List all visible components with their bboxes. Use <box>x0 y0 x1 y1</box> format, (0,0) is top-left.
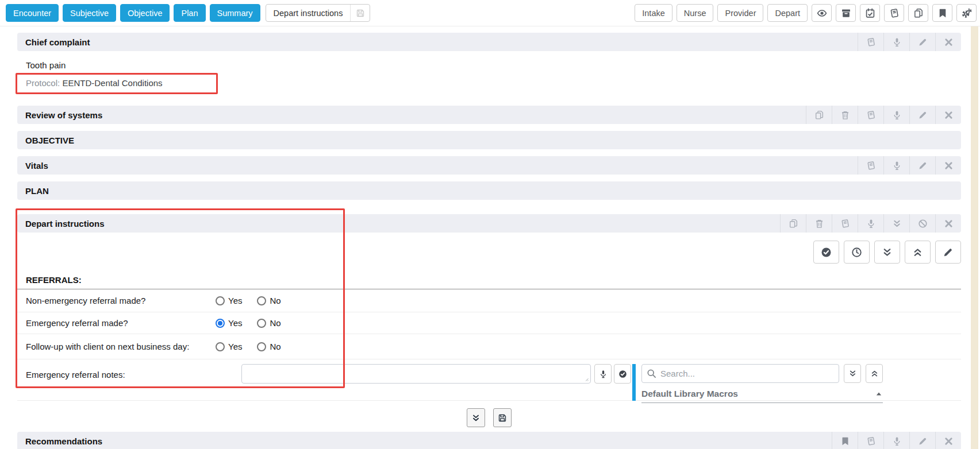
section-chief-complaint: Chief complaint <box>17 33 961 51</box>
section-depart-instructions: Depart instructions <box>17 214 961 233</box>
nav-button-summary[interactable]: Summary <box>210 4 260 22</box>
remove-button[interactable] <box>935 432 961 449</box>
section-title: Depart instructions <box>17 214 105 233</box>
complete-all-button[interactable] <box>813 241 839 264</box>
remove-button[interactable] <box>935 106 961 124</box>
protocol-label: Protocol: <box>26 78 60 88</box>
close-icon <box>944 219 954 229</box>
chevrons-down-icon <box>892 219 902 229</box>
macro-library-header[interactable]: Default Library Macros <box>641 389 883 403</box>
nav-button-encounter[interactable]: Encounter <box>6 4 59 22</box>
macro-library-button[interactable] <box>832 214 858 233</box>
remove-button[interactable] <box>935 214 961 233</box>
section-title: Chief complaint <box>17 33 90 51</box>
remove-button[interactable] <box>935 156 961 175</box>
chevrons-up-icon <box>912 247 923 258</box>
microphone-icon <box>866 219 876 229</box>
delete-button[interactable] <box>806 214 832 233</box>
radio-no[interactable] <box>257 296 266 305</box>
calendar-check-icon <box>865 8 875 18</box>
chevrons-down-icon <box>848 369 857 378</box>
notes-textarea[interactable] <box>241 364 591 384</box>
gears-icon <box>962 8 972 18</box>
section-title: Recommendations <box>17 432 102 449</box>
radio-no[interactable] <box>257 319 266 328</box>
collapse-button[interactable] <box>883 214 909 233</box>
history-button[interactable] <box>844 241 870 264</box>
pencil-icon <box>918 436 928 446</box>
dictate-button[interactable] <box>858 214 883 233</box>
active-note-tab[interactable]: Depart instructions <box>266 5 351 21</box>
delete-button[interactable] <box>832 106 858 124</box>
close-icon <box>944 110 954 120</box>
microphone-icon <box>892 436 902 446</box>
dictate-button[interactable] <box>883 106 909 124</box>
role-button-intake[interactable]: Intake <box>635 4 672 22</box>
edit-template-button[interactable] <box>935 241 961 264</box>
macro-library-button[interactable] <box>858 432 883 449</box>
copy-icon <box>814 110 824 120</box>
notes-dictate-button[interactable] <box>594 364 612 384</box>
nav-button-subjective[interactable]: Subjective <box>63 4 116 22</box>
archive-button[interactable] <box>836 4 856 22</box>
radio-no-label: No <box>270 342 280 351</box>
role-button-provider[interactable]: Provider <box>717 4 763 22</box>
bookmark-button[interactable] <box>832 432 858 449</box>
radio-no[interactable] <box>257 342 266 351</box>
collapse-all-button[interactable] <box>905 241 931 264</box>
notes-confirm-button[interactable] <box>614 364 631 384</box>
nav-button-objective[interactable]: Objective <box>120 4 170 22</box>
macro-library-button[interactable] <box>858 33 883 51</box>
check-circle-icon <box>821 247 832 258</box>
referrals-heading: REFERRALS: <box>17 275 961 289</box>
copy-icon <box>913 8 924 18</box>
close-icon <box>944 37 954 47</box>
radio-yes[interactable] <box>216 296 225 305</box>
referral-notes-row: Emergency referral notes: Default Librar… <box>17 359 961 401</box>
save-icon <box>356 9 365 18</box>
panel-expand-button[interactable] <box>844 364 861 383</box>
question-label: Emergency referral made? <box>17 318 216 328</box>
calendar-button[interactable] <box>860 4 880 22</box>
note-content: Chief complaint Tooth pain Protocol: EEN… <box>17 26 961 449</box>
copy-icon <box>789 219 798 229</box>
section-recommendations: Recommendations <box>17 432 961 449</box>
edit-button[interactable] <box>909 432 935 449</box>
macro-library-button[interactable] <box>858 106 883 124</box>
referral-row-emergency: Emergency referral made? Yes No <box>17 312 961 334</box>
edit-button[interactable] <box>909 33 935 51</box>
remove-button[interactable] <box>935 33 961 51</box>
duplicate-button[interactable] <box>780 214 806 233</box>
dictate-button[interactable] <box>883 33 909 51</box>
library-button[interactable] <box>884 4 904 22</box>
bookmark-button[interactable] <box>932 4 952 22</box>
role-button-depart[interactable]: Depart <box>767 4 808 22</box>
scrollbar-track[interactable] <box>971 26 978 449</box>
radio-yes[interactable] <box>216 342 225 351</box>
radio-group-yes: Yes <box>216 342 242 351</box>
edit-button[interactable] <box>909 106 935 124</box>
book-icon <box>866 110 876 120</box>
copy-button[interactable] <box>908 4 928 22</box>
panel-collapse-button[interactable] <box>866 364 883 383</box>
save-note-button[interactable] <box>493 408 512 427</box>
radio-yes-selected[interactable] <box>216 319 225 328</box>
microphone-icon <box>892 37 902 47</box>
view-button[interactable] <box>812 4 832 22</box>
expand-all-button[interactable] <box>874 241 900 264</box>
nav-button-plan[interactable]: Plan <box>174 4 205 22</box>
role-button-nurse[interactable]: Nurse <box>677 4 714 22</box>
duplicate-button[interactable] <box>806 106 832 124</box>
dictate-button[interactable] <box>883 432 909 449</box>
disable-button[interactable] <box>909 214 935 233</box>
section-title: Review of systems <box>17 106 102 124</box>
scroll-down-button[interactable] <box>467 408 485 427</box>
edit-button[interactable] <box>909 156 935 175</box>
toolbar-right-group: Intake Nurse Provider Depart <box>635 4 977 22</box>
dictate-button[interactable] <box>883 156 909 175</box>
macro-search-input[interactable] <box>641 364 839 383</box>
macro-library-button[interactable] <box>858 156 883 175</box>
radio-no-label: No <box>270 318 280 328</box>
note-save-button[interactable] <box>350 5 370 21</box>
settings-button[interactable] <box>956 4 977 22</box>
